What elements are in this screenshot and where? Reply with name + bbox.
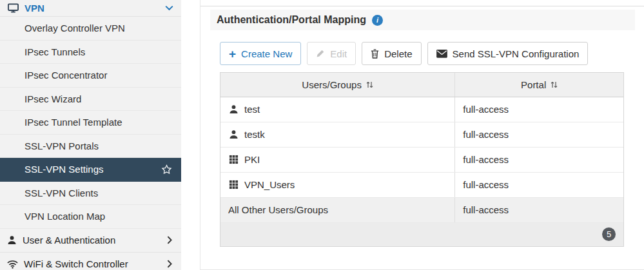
table-header-row: Users/Groups P <box>220 73 623 97</box>
user-name: test <box>244 104 260 115</box>
sidebar-item-wifi-switch-controller[interactable]: WiFi & Switch Controller <box>0 253 181 270</box>
delete-button[interactable]: Delete <box>362 42 421 65</box>
portal-value: full-access <box>455 172 623 197</box>
fallback-row-label: All Other Users/Groups <box>228 204 328 215</box>
sidebar-item-label: WiFi & Switch Controller <box>24 258 128 269</box>
section-header: Authentication/Portal Mapping i <box>210 10 635 30</box>
sidebar-item-ssl-vpn-settings[interactable]: SSL-VPN Settings <box>0 158 181 182</box>
sidebar-section-vpn[interactable]: VPN <box>0 0 181 17</box>
row-count-badge: 5 <box>602 227 616 241</box>
sidebar-item-user-authentication[interactable]: User & Authentication <box>0 229 181 253</box>
create-new-button[interactable]: + Create New <box>220 42 301 65</box>
trash-icon <box>371 49 379 59</box>
group-icon <box>228 180 239 189</box>
sidebar-item-ipsec-tunnel-template[interactable]: IPsec Tunnel Template <box>0 111 181 135</box>
sidebar-item-overlay-controller-vpn[interactable]: Overlay Controller VPN <box>0 17 181 41</box>
main-panel: Authentication/Portal Mapping i + Create… <box>200 0 644 270</box>
sort-icon[interactable] <box>366 81 373 89</box>
column-header-portal[interactable]: Portal <box>455 73 623 97</box>
sidebar-item-vpn-location-map[interactable]: VPN Location Map <box>0 205 181 229</box>
sidebar-item-label: SSL-VPN Settings <box>24 164 104 175</box>
plus-icon: + <box>229 48 236 60</box>
sidebar-item-ipsec-tunnels[interactable]: IPsec Tunnels <box>0 41 181 64</box>
group-icon <box>228 155 239 164</box>
column-header-users-groups[interactable]: Users/Groups <box>220 73 455 97</box>
table-row[interactable]: PKI full-access <box>220 147 623 172</box>
group-name: VPN_Users <box>244 179 295 190</box>
user-icon <box>7 235 17 245</box>
user-icon <box>228 104 239 114</box>
sort-icon[interactable] <box>551 81 558 89</box>
portal-value: full-access <box>455 122 623 147</box>
mapping-table: Users/Groups P <box>220 72 624 247</box>
toolbar: + Create New Edit Delete <box>220 42 624 65</box>
sidebar-item-ipsec-concentrator[interactable]: IPsec Concentrator <box>0 64 181 88</box>
send-ssl-vpn-configuration-button[interactable]: Send SSL-VPN Configuration <box>427 42 589 65</box>
sidebar-item-ssl-vpn-portals[interactable]: SSL-VPN Portals <box>0 135 181 159</box>
group-name: PKI <box>244 154 260 165</box>
info-icon[interactable]: i <box>372 15 383 26</box>
sidebar: VPN Overlay Controller VPN IPsec Tunnels… <box>0 0 181 270</box>
sidebar-item-ssl-vpn-clients[interactable]: SSL-VPN Clients <box>0 182 181 206</box>
page-title: Authentication/Portal Mapping <box>217 14 366 26</box>
chevron-right-icon <box>167 236 172 244</box>
sidebar-item-ipsec-wizard[interactable]: IPsec Wizard <box>0 88 181 111</box>
edit-button[interactable]: Edit <box>307 42 356 65</box>
chevron-right-icon <box>167 260 172 268</box>
user-icon <box>228 130 239 139</box>
user-name: testk <box>244 129 265 140</box>
chevron-down-icon[interactable] <box>165 5 173 11</box>
portal-value: full-access <box>455 97 623 122</box>
pencil-icon <box>316 49 325 58</box>
table-footer: 5 <box>220 223 623 246</box>
table-row[interactable]: test full-access <box>220 97 623 122</box>
sidebar-section-label: VPN <box>24 3 44 14</box>
envelope-icon <box>436 50 447 58</box>
table-row[interactable]: testk full-access <box>220 122 623 147</box>
wifi-icon <box>7 260 18 269</box>
star-icon[interactable] <box>161 164 172 175</box>
table-row[interactable]: VPN_Users full-access <box>220 172 623 197</box>
vpn-monitor-icon <box>8 3 19 13</box>
sidebar-item-label: User & Authentication <box>23 235 115 246</box>
portal-value: full-access <box>455 197 623 222</box>
table-row-all-others[interactable]: All Other Users/Groups full-access <box>220 197 623 222</box>
portal-value: full-access <box>455 147 623 172</box>
